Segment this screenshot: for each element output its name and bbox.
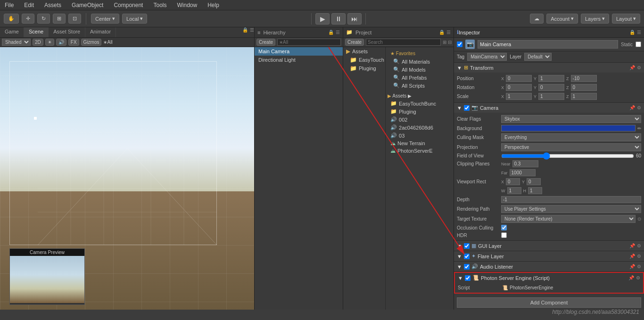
position-y[interactable] (538, 75, 564, 82)
03-asset[interactable]: 🔊 03 (388, 131, 452, 139)
tag-select[interactable]: MainCamera (467, 53, 507, 61)
position-x[interactable] (506, 75, 532, 82)
background-value: ✏ (501, 125, 641, 131)
layers-button[interactable]: Layers ▾ (581, 14, 609, 24)
pluging-folder[interactable]: 📁 Pluging (343, 64, 385, 73)
shaded-select[interactable]: Shaded (2, 39, 31, 46)
assets-folder[interactable]: ▶ Assets (343, 47, 385, 56)
all-models-item[interactable]: 🔍 All Models (390, 66, 449, 74)
all-scripts-item[interactable]: 🔍 All Scripts (390, 82, 449, 90)
cloud-button[interactable]: ☁ (530, 14, 544, 24)
layout-button[interactable]: Layout ▾ (612, 14, 640, 24)
project-create-btn[interactable]: Create (345, 39, 364, 46)
2d-btn[interactable]: 2D (33, 39, 43, 46)
all-materials-item[interactable]: 🔍 All Materials (390, 57, 449, 66)
hierarchy-item-directional-light[interactable]: Directional Light (255, 56, 343, 64)
object-active-checkbox[interactable] (457, 41, 462, 47)
inspector-scroll-area[interactable]: 📷 Static Tag MainCamera Layer Default (454, 38, 644, 310)
easytouchbunc-folder[interactable]: 📁 EasyTouch (343, 56, 385, 64)
tab-game[interactable]: Game (0, 27, 24, 37)
local-btn[interactable]: Local ▾ (122, 14, 147, 24)
rotation-z[interactable] (571, 84, 597, 91)
tab-animator[interactable]: Animator (85, 27, 116, 37)
assets-section-icon: ▶ (388, 93, 391, 98)
camera-enabled-checkbox[interactable] (464, 105, 470, 111)
audio-listener-header[interactable]: ▼ 🔊 Audio Listener 📌 ⚙ (454, 262, 644, 271)
play-button[interactable]: ▶ (315, 13, 330, 25)
project-search-input[interactable] (366, 39, 441, 46)
culling-mask-select[interactable]: Everything (501, 133, 641, 141)
rotation-x[interactable] (506, 84, 532, 91)
gizmos-btn[interactable]: Gizmos (81, 39, 102, 46)
002-asset[interactable]: 🔊 002 (388, 115, 452, 123)
2ac-asset[interactable]: 🔊 2ac0462608d6 (388, 123, 452, 131)
menu-assets[interactable]: Assets (42, 1, 63, 9)
rect-tool-btn[interactable]: ⊡ (68, 14, 81, 24)
hierarchy-search-input[interactable] (277, 39, 341, 46)
pause-button[interactable]: ⏸ (331, 13, 346, 25)
flare-layer-header[interactable]: ▼ ✦ Flare Layer 📌 ⚙ (454, 251, 644, 261)
fx-icon[interactable]: FX (68, 39, 79, 46)
photon-script-header[interactable]: ▼ 📜 Photon Server Engine (Script) 📌 ⚙ (455, 273, 643, 283)
new-terrain-asset[interactable]: ⛰ New Terrain (388, 139, 452, 147)
tab-asset-store[interactable]: Asset Store (49, 27, 85, 37)
pluging-asset[interactable]: 📁 Pluging (388, 107, 452, 115)
account-button[interactable]: Account ▾ (546, 14, 578, 24)
all-prefabs-item[interactable]: 🔍 All Prefabs (390, 74, 449, 82)
easytouchbunc-asset[interactable]: 📁 EasyTouchBunc (388, 99, 452, 107)
scene-canvas[interactable]: Camera Preview (0, 47, 254, 310)
photon-server-asset[interactable]: ⛰ PhotonServerE (388, 147, 452, 155)
menu-help[interactable]: Help (206, 1, 221, 9)
vp-w-input[interactable] (507, 187, 521, 194)
background-color-swatch[interactable] (501, 125, 636, 131)
object-name-input[interactable] (478, 40, 618, 49)
vp-h-input[interactable] (528, 187, 542, 194)
vp-y-input[interactable] (527, 178, 541, 185)
color-picker-icon[interactable]: ✏ (637, 126, 641, 131)
menu-edit[interactable]: Edit (22, 1, 36, 9)
gui-layer-checkbox[interactable] (464, 243, 470, 249)
menu-component[interactable]: Component (112, 1, 145, 9)
flare-layer-checkbox[interactable] (464, 254, 470, 259)
scale-tool-btn[interactable]: ⊞ (53, 14, 66, 24)
scale-x[interactable] (506, 93, 532, 100)
menu-tools[interactable]: Tools (151, 1, 168, 9)
scale-y[interactable] (538, 93, 564, 100)
rotation-y[interactable] (538, 84, 564, 91)
vp-x-input[interactable] (506, 178, 520, 185)
layer-select[interactable]: Default (524, 53, 552, 61)
sound-icon[interactable]: 🔊 (56, 39, 66, 46)
step-button[interactable]: ⏭ (347, 13, 362, 25)
move-tool-btn[interactable]: ✛ (22, 14, 34, 24)
light-icon[interactable]: ☀ (45, 39, 54, 46)
projection-select[interactable]: Perspective (501, 143, 641, 151)
far-input[interactable] (510, 169, 536, 176)
menu-window[interactable]: Window (175, 1, 199, 9)
center-btn[interactable]: Center ▾ (91, 14, 119, 24)
static-checkbox[interactable] (636, 41, 641, 47)
hierarchy-create-btn[interactable]: Create (256, 39, 275, 46)
hierarchy-item-main-camera[interactable]: Main Camera (255, 47, 343, 56)
hdr-checkbox[interactable] (501, 232, 507, 238)
rendering-path-select[interactable]: Use Player Settings (501, 205, 641, 213)
add-component-button[interactable]: Add Component (457, 297, 641, 308)
target-texture-icon[interactable]: ⊙ (637, 216, 641, 222)
gui-layer-header[interactable]: ▼ ▦ GUI Layer 📌 ⚙ (454, 241, 644, 251)
position-z[interactable] (571, 75, 597, 82)
occlusion-checkbox[interactable] (501, 225, 507, 230)
near-input[interactable] (512, 160, 538, 167)
menu-file[interactable]: File (3, 1, 16, 9)
depth-input[interactable] (501, 196, 641, 203)
clear-flags-select[interactable]: Skybox (501, 115, 641, 123)
rotate-tool-btn[interactable]: ↻ (37, 14, 50, 24)
fov-slider[interactable] (501, 154, 634, 158)
tab-scene[interactable]: Scene (24, 27, 49, 37)
menu-gameobject[interactable]: GameObject (70, 1, 105, 9)
hand-tool-btn[interactable]: ✋ (4, 14, 19, 24)
scale-z[interactable] (571, 93, 597, 100)
camera-header[interactable]: ▼ 📷 Camera 📌 ⚙ (454, 103, 644, 113)
target-texture-select[interactable]: None (Render Texture) (501, 215, 636, 223)
transform-header[interactable]: ▼ ⊞ Transform 📌 ⚙ (454, 63, 644, 73)
audio-listener-checkbox[interactable] (464, 264, 470, 270)
photon-checkbox[interactable] (465, 275, 471, 281)
